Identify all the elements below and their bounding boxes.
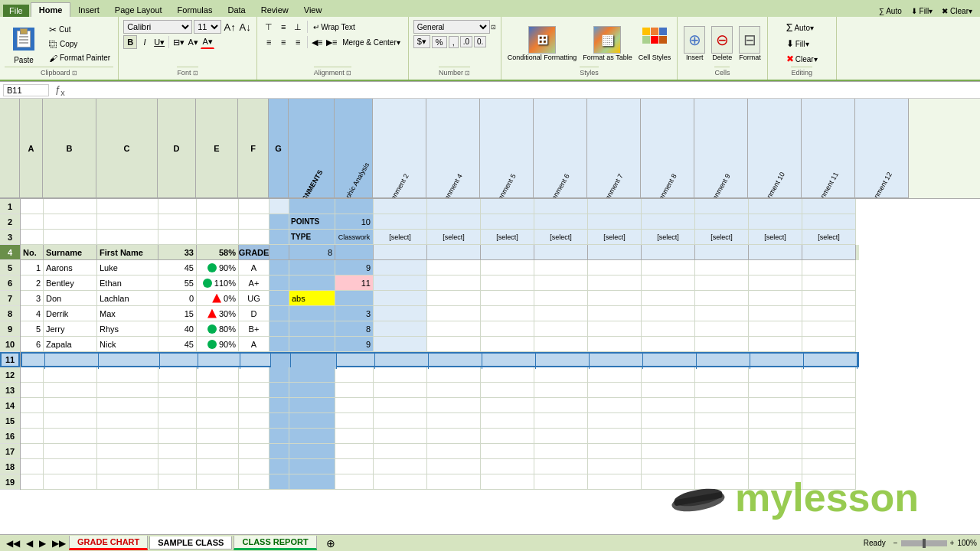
- cell-g8[interactable]: [270, 306, 289, 321]
- cell-i8[interactable]: 3: [335, 306, 374, 321]
- cell-j3[interactable]: [select]: [374, 230, 427, 245]
- cell-e10[interactable]: 90%: [197, 337, 239, 352]
- cell-m9[interactable]: [534, 321, 588, 337]
- cell-e1[interactable]: [197, 199, 239, 214]
- cell-g7[interactable]: [270, 291, 289, 306]
- delete-button[interactable]: ⊖ Delete: [710, 24, 734, 63]
- cell-m10[interactable]: [534, 337, 588, 352]
- col-header-o[interactable]: Assignment 8: [641, 99, 694, 198]
- cell-o6[interactable]: [642, 276, 695, 291]
- cell-f1[interactable]: [239, 199, 270, 214]
- row-num-18[interactable]: 18: [0, 459, 20, 474]
- cell-d8[interactable]: 15: [158, 306, 197, 321]
- cell-b7[interactable]: Don: [44, 291, 97, 306]
- cell-r10[interactable]: [802, 337, 856, 352]
- col-header-p[interactable]: Assignment 9: [694, 99, 748, 198]
- tab-view[interactable]: View: [296, 3, 330, 17]
- add-sheet-button[interactable]: ⊕: [322, 536, 340, 551]
- cell-j1[interactable]: [374, 199, 427, 214]
- cell-d2[interactable]: [158, 214, 197, 230]
- cell-q8[interactable]: [749, 306, 802, 321]
- cell-i7[interactable]: [335, 291, 374, 306]
- cell-d4[interactable]: 33: [158, 245, 197, 260]
- cell-q5[interactable]: [749, 260, 802, 276]
- indent-left-button[interactable]: ◀≡: [310, 35, 324, 49]
- fill-button[interactable]: ⬇ Fill▾: [906, 5, 938, 17]
- cell-n10[interactable]: [588, 337, 642, 352]
- cell-q3[interactable]: [select]: [749, 230, 802, 245]
- cell-a1[interactable]: [21, 199, 44, 214]
- tab-data[interactable]: Data: [220, 3, 253, 17]
- cell-l4[interactable]: [481, 245, 534, 260]
- cell-k8[interactable]: [427, 306, 481, 321]
- cell-f10[interactable]: A: [239, 337, 270, 352]
- cell-p9[interactable]: [695, 321, 749, 337]
- cell-b8[interactable]: Derrik: [44, 306, 97, 321]
- cell-e2[interactable]: [197, 214, 239, 230]
- tab-file[interactable]: File: [3, 5, 29, 17]
- cell-d11[interactable]: [160, 354, 198, 369]
- row-num-12[interactable]: 12: [0, 367, 20, 383]
- border-button[interactable]: ⊟▾: [172, 35, 185, 49]
- row-num-3[interactable]: 3: [0, 230, 20, 245]
- cell-o9[interactable]: [642, 321, 695, 337]
- zoom-slider[interactable]: [901, 540, 947, 546]
- cell-q10[interactable]: [749, 337, 802, 352]
- cell-h4[interactable]: 8: [289, 245, 335, 260]
- cell-q7[interactable]: [749, 291, 802, 306]
- cell-h8[interactable]: [289, 306, 335, 321]
- cell-d3[interactable]: [158, 230, 197, 245]
- cell-h1[interactable]: [289, 199, 335, 214]
- row-num-9[interactable]: 9: [0, 321, 20, 337]
- cell-e5[interactable]: 90%: [197, 260, 239, 276]
- cell-e3[interactable]: [197, 230, 239, 245]
- row-num-14[interactable]: 14: [0, 398, 20, 413]
- sheet-tab-grade-chart[interactable]: GRADE CHART: [69, 536, 148, 550]
- cell-k4[interactable]: [427, 245, 481, 260]
- tab-formulas[interactable]: Formulas: [170, 3, 220, 17]
- cell-p4[interactable]: [695, 245, 749, 260]
- col-header-n[interactable]: Assignment 7: [587, 99, 641, 198]
- cell-n11[interactable]: [590, 354, 643, 369]
- cell-h2[interactable]: POINTS: [289, 214, 335, 230]
- cell-p3[interactable]: [select]: [695, 230, 749, 245]
- function-wizard-icon[interactable]: ƒx: [52, 83, 68, 97]
- cell-j9[interactable]: [374, 321, 427, 337]
- merge-center-button[interactable]: Merge & Center▾: [339, 37, 403, 48]
- cell-o8[interactable]: [642, 306, 695, 321]
- cell-n6[interactable]: [588, 276, 642, 291]
- paste-button[interactable]: Paste: [5, 20, 43, 67]
- row-num-15[interactable]: 15: [0, 413, 20, 429]
- cell-f5[interactable]: A: [239, 260, 270, 276]
- cell-j11[interactable]: [375, 354, 429, 369]
- underline-button[interactable]: U▾: [152, 35, 166, 49]
- cell-o4[interactable]: [642, 245, 695, 260]
- cell-f6[interactable]: A+: [239, 276, 270, 291]
- cell-f9[interactable]: B+: [239, 321, 270, 337]
- col-header-d[interactable]: D: [158, 99, 196, 198]
- cell-d9[interactable]: 40: [158, 321, 197, 337]
- next-sheet-button[interactable]: ▶▶: [49, 538, 69, 549]
- cell-a2[interactable]: [21, 214, 44, 230]
- cell-c11[interactable]: [99, 354, 160, 369]
- font-name-select[interactable]: Calibri: [123, 20, 192, 34]
- format-as-table-button[interactable]: ▦ Format as Table: [581, 24, 633, 63]
- clear-button[interactable]: ✖ Clear▾: [937, 5, 977, 17]
- col-header-a[interactable]: A: [20, 99, 43, 198]
- wrap-text-button[interactable]: ↵ Wrap Text: [310, 21, 358, 33]
- cell-l1[interactable]: [481, 199, 534, 214]
- align-middle-button[interactable]: ≡: [276, 20, 290, 34]
- cell-g2[interactable]: [270, 214, 289, 230]
- cell-a11[interactable]: [22, 354, 45, 369]
- cell-m11[interactable]: [536, 354, 590, 369]
- cell-c6[interactable]: Ethan: [97, 276, 158, 291]
- cell-h9[interactable]: [289, 321, 335, 337]
- cell-q1[interactable]: [749, 199, 802, 214]
- col-header-k[interactable]: Assignment 4: [426, 99, 480, 198]
- cell-f8[interactable]: D: [239, 306, 270, 321]
- cell-o7[interactable]: [642, 291, 695, 306]
- cell-k11[interactable]: [429, 354, 482, 369]
- scroll-left-button[interactable]: ◀: [23, 538, 36, 549]
- cell-i9[interactable]: 8: [335, 321, 374, 337]
- cell-r6[interactable]: [802, 276, 856, 291]
